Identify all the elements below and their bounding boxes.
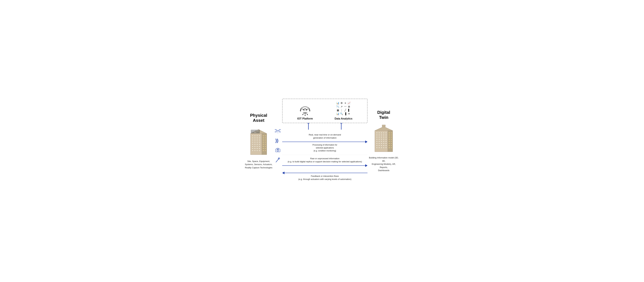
svg-rect-133 [391,134,392,136]
svg-rect-123 [383,145,384,146]
flow3-text: Feedback or intevention flows(e.g. throu… [282,175,368,181]
svg-rect-87 [382,125,385,127]
svg-rect-93 [383,132,384,133]
wifi-icon: )) [275,137,280,144]
svg-rect-96 [378,134,380,136]
trend-icon: ╱ [344,109,347,112]
svg-rect-39 [262,139,264,141]
svg-line-70 [276,158,279,162]
svg-text:Kassem, 2022,: Kassem, 2022, [252,130,259,131]
platform-box: IOT Platform 📊 ⚙ ≡ 📈 📉 [282,99,368,123]
svg-rect-145 [391,147,392,148]
svg-rect-117 [381,143,382,144]
svg-rect-126 [378,147,380,148]
svg-rect-27 [252,148,254,149]
svg-rect-41 [262,142,264,143]
physical-asset-column: PhysicalAsset [244,113,273,169]
camera-icon [275,147,281,154]
svg-line-73 [276,162,276,162]
main-row: PhysicalAsset [244,99,400,184]
svg-rect-12 [254,139,256,141]
svg-rect-32 [254,150,256,151]
area-chart-icon: 📉 [336,105,340,108]
sensors-column: )) [273,108,282,184]
flow-row-2: Raw or unprcessed information(e.g. to bu… [282,155,368,169]
svg-rect-101 [378,136,380,138]
svg-rect-42 [265,142,266,143]
svg-rect-50 [265,150,266,151]
physical-title: PhysicalAsset [250,113,267,123]
svg-rect-29 [256,148,258,149]
svg-rect-98 [383,134,384,136]
svg-rect-8 [254,137,256,138]
analytics-item: 📊 ⚙ ≡ 📈 📉 ↗ 〰 ⊞ ▦ ⋮ ╱ [335,102,352,120]
bars-icon: ▐ [344,112,347,115]
svg-rect-38 [265,137,266,138]
svg-rect-37 [262,137,264,138]
flow2-text: Raw or unprcessed information(e.g. to bu… [282,157,368,163]
asterisk-icon: ✳ [348,112,350,115]
line-chart-icon: ↗ [340,105,343,108]
bar-chart2-icon: 📈 [348,102,350,104]
flow2-arrow-right [282,164,368,167]
svg-rect-91 [378,132,380,133]
svg-rect-77 [300,111,310,112]
svg-point-68 [277,150,278,151]
svg-rect-116 [378,143,380,144]
svg-rect-19 [252,144,254,145]
svg-rect-135 [391,136,392,138]
svg-rect-111 [378,141,380,142]
svg-rect-115 [376,143,378,144]
svg-rect-120 [376,145,378,146]
svg-rect-36 [265,135,266,136]
svg-rect-30 [259,148,260,149]
svg-rect-13 [256,139,258,141]
svg-point-59 [275,129,276,130]
svg-rect-142 [388,145,390,146]
svg-rect-122 [381,145,382,146]
svg-rect-10 [259,137,260,138]
svg-rect-112 [381,141,382,142]
svg-rect-125 [376,147,378,148]
svg-rect-17 [256,142,258,143]
svg-rect-22 [259,144,260,145]
svg-point-61 [275,131,276,132]
svg-rect-127 [381,147,382,148]
svg-rect-124 [385,145,387,146]
svg-rect-21 [256,144,258,145]
svg-rect-25 [256,146,258,147]
svg-rect-14 [259,139,260,141]
svg-rect-92 [381,132,382,133]
svg-rect-18 [259,142,260,143]
scatter-icon: ⋮ [340,109,343,112]
svg-point-54 [277,130,278,131]
svg-rect-121 [378,145,380,146]
svg-rect-4 [254,135,256,136]
svg-rect-43 [262,144,264,145]
flow1-right-text: Processing of information forselected ap… [282,144,368,152]
svg-rect-33 [256,150,258,151]
svg-rect-131 [391,132,392,133]
svg-rect-24 [254,146,256,147]
physical-caption: Site, Space, Equipment, Systems, Sensors… [244,160,273,169]
svg-rect-6 [259,135,260,136]
gear-icon: ⚙ [340,102,343,104]
svg-rect-90 [376,132,378,133]
iot-up-arrow [308,123,309,129]
svg-rect-137 [391,138,392,140]
flow1-left-text: Real, near-real time or on-demandgenerat… [282,133,368,139]
svg-rect-143 [391,145,392,146]
search-chart-icon: 🔍 [340,112,343,115]
histogram-icon: ▌ [348,109,350,112]
svg-rect-119 [385,143,387,144]
svg-text:)): )) [275,138,278,143]
heatmap-icon: ▦ [336,109,340,112]
svg-rect-28 [254,148,256,149]
svg-rect-49 [262,150,264,151]
svg-point-62 [279,131,281,132]
svg-rect-23 [252,146,254,147]
chart4-icon: 📊 [336,112,340,115]
svg-rect-104 [385,136,387,138]
svg-rect-118 [383,143,384,144]
svg-rect-109 [385,138,387,140]
